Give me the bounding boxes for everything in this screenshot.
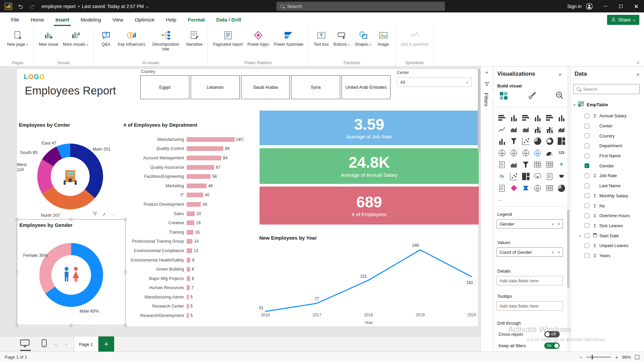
- maximize-button[interactable]: [613, 0, 629, 12]
- field-years[interactable]: ΣYears: [570, 251, 644, 261]
- zoom-slider[interactable]: [586, 357, 611, 358]
- document-title-group[interactable]: employee report Last saved: Today at 2:5…: [42, 0, 148, 12]
- resize-handle[interactable]: [124, 324, 127, 326]
- add-page-button[interactable]: [98, 336, 114, 352]
- field-no[interactable]: ΣNo: [570, 201, 644, 211]
- build-visual-tab[interactable]: [499, 91, 509, 102]
- arcgis-map-icon[interactable]: [532, 182, 544, 194]
- qa-visual-icon[interactable]: [532, 170, 544, 182]
- canvas-vertical-scrollbar[interactable]: [478, 69, 480, 334]
- undo-icon[interactable]: [17, 3, 24, 10]
- paginated-report-icon[interactable]: [496, 182, 508, 194]
- slicer-option-saudi-arabia[interactable]: Saudi Arabia: [241, 75, 290, 99]
- more-visuals-button[interactable]: More visuals: [61, 29, 90, 47]
- resize-handle[interactable]: [70, 324, 72, 326]
- dept-bar-row-human-resources[interactable]: Human Resources7: [121, 283, 260, 293]
- treemap-icon[interactable]: [556, 135, 568, 147]
- smart-narrative-icon[interactable]: [544, 170, 556, 182]
- field-first-name[interactable]: First Name: [570, 151, 644, 161]
- field-job-rate[interactable]: ΣJob Rate: [570, 171, 644, 181]
- key-influencers-button[interactable]: Key influencers: [116, 29, 147, 52]
- gender-donut-chart[interactable]: [39, 243, 103, 307]
- dept-bar-row-professional-training-group[interactable]: Professional Training Group14: [121, 237, 260, 246]
- dept-bar-row-training[interactable]: Training16: [121, 228, 260, 237]
- filters-pane-collapsed[interactable]: Filters: [480, 67, 493, 352]
- field-checkbox[interactable]: ✓: [585, 163, 589, 168]
- field-checkbox[interactable]: [585, 144, 589, 148]
- field-checkbox[interactable]: [585, 233, 589, 238]
- paginated-report-button[interactable]: Paginated report: [211, 29, 244, 47]
- report-page[interactable]: LOGO Employees Report Country EgyptLeban…: [16, 69, 478, 327]
- 100-stacked-column-chart-icon[interactable]: [556, 112, 568, 123]
- chevron-down-icon[interactable]: [573, 103, 576, 107]
- field-gender[interactable]: ✓Gender: [570, 161, 644, 171]
- card-icon[interactable]: 123: [556, 147, 568, 159]
- clustered-bar-chart-icon[interactable]: [520, 112, 532, 123]
- chevron-down-icon[interactable]: [551, 222, 554, 226]
- power-automate-icon[interactable]: [520, 182, 532, 194]
- dept-bar-row-product-development[interactable]: Product Development34: [121, 200, 260, 209]
- tile-slicer-icon[interactable]: [544, 182, 556, 194]
- dept-bar-row-major-mfg-projects[interactable]: Major Mfg Projects8: [121, 274, 260, 283]
- menu-view[interactable]: View: [107, 12, 129, 27]
- employees-by-center-visual[interactable]: Employees by Center: [17, 119, 122, 218]
- shapes-button[interactable]: Shapes: [353, 29, 373, 47]
- gauge-icon[interactable]: [544, 147, 556, 159]
- field-checkbox[interactable]: [585, 223, 589, 228]
- scrollbar-thumb[interactable]: [567, 209, 569, 288]
- format-visual-tab[interactable]: [527, 91, 538, 102]
- zoom-in-icon[interactable]: +: [615, 354, 618, 360]
- power-apps-button[interactable]: Power Apps: [246, 29, 271, 47]
- field-center[interactable]: Center: [570, 121, 644, 131]
- resize-handle[interactable]: [16, 218, 18, 220]
- kpi-icon[interactable]: [508, 159, 520, 170]
- collapse-visualizations-icon[interactable]: [559, 71, 561, 77]
- line-and-stacked-column-chart-icon[interactable]: [532, 123, 544, 135]
- field-checkbox[interactable]: [585, 124, 589, 128]
- field-checkbox[interactable]: [585, 213, 589, 218]
- funnel-chart-icon[interactable]: [508, 135, 520, 147]
- multi-row-card-icon[interactable]: [496, 159, 508, 170]
- keep-all-filters-toggle[interactable]: On: [544, 343, 560, 349]
- menu-optimize[interactable]: Optimize: [129, 12, 160, 27]
- expand-icon[interactable]: ›: [579, 233, 585, 238]
- menu-format[interactable]: Format: [182, 12, 211, 27]
- field-checkbox[interactable]: [585, 133, 589, 138]
- line-and-clustered-column-chart-icon[interactable]: [544, 123, 556, 135]
- 100-stacked-bar-chart-icon[interactable]: [544, 112, 556, 123]
- dept-bar-row-research-center[interactable]: Research Center5: [121, 302, 260, 311]
- cross-report-toggle[interactable]: Off: [544, 331, 560, 337]
- employees-by-department-visual[interactable]: # of Employees by Depratment Manufacturi…: [121, 119, 260, 326]
- stacked-column-chart-icon[interactable]: [508, 112, 520, 123]
- dept-bar-row-manufacturing[interactable]: Manufacturing140: [121, 135, 260, 144]
- field-checkbox[interactable]: [585, 184, 589, 188]
- field-checkbox[interactable]: [585, 154, 589, 158]
- resize-handle[interactable]: [70, 218, 72, 220]
- field-checkbox[interactable]: [585, 193, 589, 198]
- slicer-option-egypt[interactable]: Egypt: [140, 75, 189, 99]
- menu-insert[interactable]: Insert: [50, 12, 75, 27]
- goals-icon[interactable]: [556, 170, 568, 182]
- next-page-icon[interactable]: ›: [65, 336, 67, 352]
- remove-field-icon[interactable]: [557, 222, 560, 227]
- table-node[interactable]: EmpTable: [573, 101, 608, 109]
- menu-file[interactable]: File: [5, 12, 25, 27]
- q-a-button[interactable]: Q&A: [97, 29, 115, 52]
- field-checkbox[interactable]: [585, 173, 589, 178]
- field-checkbox[interactable]: [585, 253, 589, 258]
- kpi-card-of-employees[interactable]: 689# of Employees: [260, 187, 479, 225]
- values-field-well[interactable]: Count of Gender: [497, 247, 563, 257]
- python-visual-icon[interactable]: Py: [496, 170, 508, 182]
- area-chart-icon[interactable]: [508, 123, 520, 135]
- field-checkbox[interactable]: [585, 203, 589, 208]
- text-box-button[interactable]: Text box: [312, 29, 330, 47]
- narrative-button[interactable]: Narrative: [185, 29, 204, 52]
- key-influencers-icon[interactable]: [508, 170, 520, 182]
- field-start-date[interactable]: ›Start Date: [570, 231, 644, 241]
- table-icon[interactable]: [532, 159, 544, 170]
- legend-field-well[interactable]: Gender: [497, 219, 563, 229]
- kpi-card-average-of-job-rate[interactable]: 3.59Average of Job Rate: [260, 111, 479, 145]
- menu-help[interactable]: Help: [160, 12, 182, 27]
- field-country[interactable]: Country: [570, 131, 644, 141]
- scatter-chart-icon[interactable]: [520, 135, 532, 147]
